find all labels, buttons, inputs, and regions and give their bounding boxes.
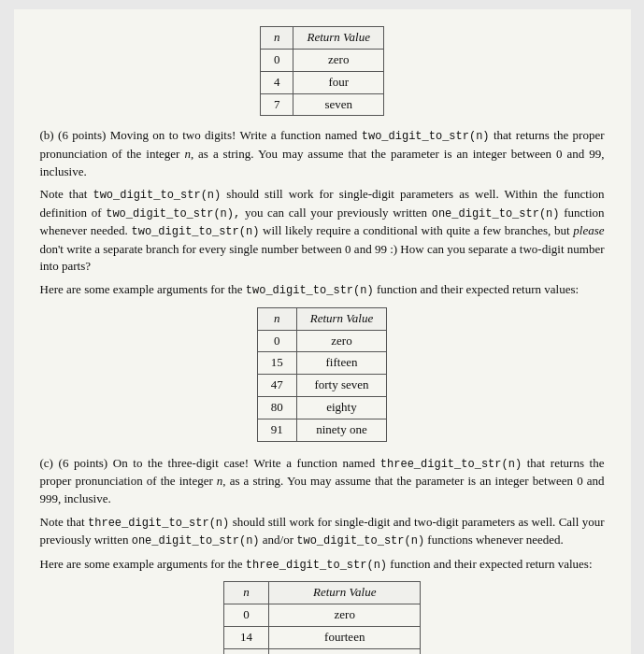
top-table-wrap: n Return Value 0zero4four7seven: [40, 26, 605, 116]
table-row: 0zero: [260, 49, 383, 71]
section-c-note: Note that three_digit_to_str(n) should s…: [40, 514, 605, 550]
table-cell: forty seven: [296, 375, 387, 397]
table-cell: one hundred: [269, 648, 421, 654]
table-cell: 14: [223, 626, 269, 648]
section-c-table-wrap: n Return Value 0zero14fourteen100one hun…: [40, 581, 605, 654]
table-cell: 0: [223, 604, 269, 626]
section-b-intro: (b) (6 points) Moving on to two digits! …: [40, 127, 605, 180]
section-b-example-func: two_digit_to_str(n): [246, 284, 374, 297]
section-c-table-header-rv: Return Value: [269, 582, 421, 604]
page: n Return Value 0zero4four7seven (b) (6 p…: [14, 9, 631, 654]
table-cell: eighty: [296, 397, 387, 419]
section-c-example-func: three_digit_to_str(n): [246, 559, 387, 572]
top-table: n Return Value 0zero4four7seven: [260, 26, 384, 116]
section-b: (b) (6 points) Moving on to two digits! …: [40, 127, 605, 441]
section-b-note-func4: two_digit_to_str(n): [132, 225, 260, 238]
section-c-points: (6 points): [59, 456, 113, 470]
table-cell: 4: [260, 71, 293, 93]
table-row: 91ninety one: [257, 419, 387, 441]
table-row: 14fourteen: [223, 626, 421, 648]
top-table-header-rv: Return Value: [293, 27, 384, 50]
table-row: 80eighty: [257, 397, 387, 419]
table-cell: 0: [257, 330, 296, 352]
section-c: (c) (6 points) On to the three-digit cas…: [40, 455, 605, 654]
table-cell: 80: [257, 397, 296, 419]
section-c-func1: three_digit_to_str(n): [380, 458, 522, 471]
section-b-table-header-n: n: [257, 307, 296, 330]
section-c-note-func1: three_digit_to_str(n): [88, 517, 229, 530]
table-cell: zero: [296, 330, 387, 352]
table-cell: 91: [257, 419, 296, 441]
table-cell: fifteen: [296, 352, 387, 375]
table-row: 7seven: [260, 93, 383, 116]
table-cell: seven: [293, 93, 384, 116]
section-b-points: (6 points): [58, 128, 110, 142]
section-c-note-func2: one_digit_to_str(n): [132, 534, 260, 547]
section-b-func1: two_digit_to_str(n): [362, 130, 490, 143]
section-b-table-header-rv: Return Value: [296, 307, 387, 330]
table-row: 100one hundred: [223, 648, 421, 654]
table-row: 15fifteen: [257, 352, 387, 375]
section-b-note-func3: one_digit_to_str(n): [432, 207, 560, 220]
top-table-header-n: n: [260, 27, 293, 50]
section-b-label: (b): [40, 128, 59, 142]
table-cell: 47: [257, 375, 296, 397]
table-cell: 7: [260, 93, 293, 116]
table-cell: 15: [257, 352, 296, 375]
section-b-example-intro: Here are some example arguments for the …: [40, 281, 605, 299]
section-c-example-intro: Here are some example arguments for the …: [40, 556, 605, 574]
table-row: 47forty seven: [257, 375, 387, 397]
section-b-table: n Return Value 0zero15fifteen47forty sev…: [257, 307, 388, 442]
table-row: 0zero: [257, 330, 387, 352]
table-cell: 0: [260, 49, 293, 71]
section-b-note-func2: two_digit_to_str(n),: [106, 207, 240, 220]
section-c-note-func3: two_digit_to_str(n): [296, 534, 424, 547]
table-cell: four: [293, 71, 384, 93]
section-c-table-header-n: n: [223, 582, 269, 604]
section-c-label: (c): [40, 456, 59, 470]
section-c-intro: (c) (6 points) On to the three-digit cas…: [40, 455, 605, 508]
table-cell: 100: [223, 648, 269, 654]
table-cell: ninety one: [296, 419, 387, 441]
section-b-please: please: [573, 223, 604, 237]
section-b-note-func1: two_digit_to_str(n): [93, 189, 221, 202]
table-row: 0zero: [223, 604, 421, 626]
table-cell: fourteen: [269, 626, 421, 648]
table-cell: zero: [269, 604, 421, 626]
section-c-table: n Return Value 0zero14fourteen100one hun…: [223, 581, 422, 654]
table-cell: zero: [293, 49, 384, 71]
table-row: 4four: [260, 71, 383, 93]
section-b-table-wrap: n Return Value 0zero15fifteen47forty sev…: [40, 307, 605, 442]
section-b-note: Note that two_digit_to_str(n) should sti…: [40, 186, 605, 276]
